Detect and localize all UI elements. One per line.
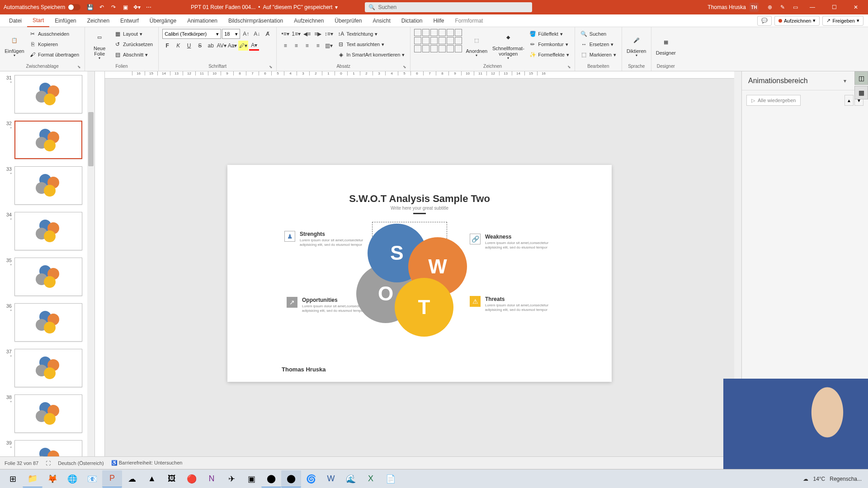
tab-help[interactable]: Hilfe <box>428 14 449 27</box>
fill-button[interactable]: 🪣Fülleffekt ▾ <box>527 29 571 39</box>
shadow-button[interactable]: ab <box>206 41 216 51</box>
taskbar-onenote[interactable]: N <box>202 470 222 488</box>
slide-thumbnail-panel[interactable]: 31* 32* 33* 34* <box>0 71 95 475</box>
slide-thumbnail[interactable]: 33* <box>0 163 94 208</box>
slide-title[interactable]: S.W.O.T Analysis Sample Two <box>227 193 612 205</box>
align-right-button[interactable]: ≡ <box>302 41 312 51</box>
swot-text-strengths[interactable]: ♟ Strenghts Lorem ipsum dolor sit amet,c… <box>300 231 372 248</box>
user-name[interactable]: Thomas Hruska <box>708 4 746 10</box>
taskbar-tray[interactable]: ☁ 14°C Regenscha... <box>803 476 865 482</box>
swot-circle-t[interactable]: T <box>395 278 453 337</box>
align-center-button[interactable]: ≡ <box>291 41 301 51</box>
taskbar-explorer[interactable]: 📁 <box>23 470 42 488</box>
slide-thumbnail[interactable]: 32* <box>0 117 94 163</box>
ribbon-display-icon[interactable]: ▭ <box>789 2 801 13</box>
case-button[interactable]: Aa▾ <box>227 41 237 51</box>
spacing-button[interactable]: AV▾ <box>217 41 226 51</box>
taskbar-vlc[interactable]: ▲ <box>142 470 162 488</box>
thumbnail-image[interactable] <box>14 121 82 159</box>
italic-button[interactable]: K <box>173 41 183 51</box>
clear-format-button[interactable]: A̸ <box>263 29 273 39</box>
redo-icon[interactable]: ↷ <box>108 2 119 13</box>
thumbnail-image[interactable] <box>14 75 82 113</box>
from-beginning-icon[interactable]: ▣ <box>119 2 131 13</box>
user-avatar[interactable]: TH <box>750 3 759 12</box>
bold-button[interactable]: F <box>162 41 172 51</box>
strikethrough-button[interactable]: S <box>195 41 205 51</box>
tab-insert[interactable]: Einfügen <box>49 14 81 27</box>
tab-view[interactable]: Ansicht <box>367 14 396 27</box>
select-button[interactable]: ⬚Markieren ▾ <box>579 50 618 60</box>
tab-file[interactable]: Datei <box>4 14 27 27</box>
present-icon[interactable]: ⊕ <box>764 2 776 13</box>
columns-button[interactable]: ▥▾ <box>324 41 334 51</box>
format-painter-button[interactable]: 🖌Format übertragen <box>27 50 81 60</box>
tab-design[interactable]: Entwurf <box>115 14 144 27</box>
slide-thumbnail[interactable]: 35* <box>0 254 94 300</box>
shape-cell[interactable] <box>455 37 462 44</box>
font-name-select[interactable]: Calibri (Textkörper)▾ <box>162 29 221 39</box>
taskbar-edge[interactable]: 🌊 <box>341 470 361 488</box>
copy-button[interactable]: ⎘Kopieren <box>27 39 81 49</box>
language-status[interactable]: Deutsch (Österreich) <box>58 460 104 466</box>
shape-cell[interactable] <box>430 37 438 44</box>
play-all-button[interactable]: ▷Alle wiedergeben <box>746 95 801 106</box>
highlight-button[interactable]: 🖊▾ <box>238 41 248 51</box>
font-size-select[interactable]: 18▾ <box>222 29 240 39</box>
line-spacing-button[interactable]: ↕≡▾ <box>324 29 334 39</box>
find-button[interactable]: 🔍Suchen <box>579 29 618 39</box>
taskbar-telegram[interactable]: ✈ <box>222 470 241 488</box>
slide-counter[interactable]: Folie 32 von 87 <box>5 460 38 466</box>
slide-thumbnail[interactable]: 36* <box>0 300 94 345</box>
save-icon[interactable]: 💾 <box>84 2 96 13</box>
taskbar-excel[interactable]: X <box>361 470 381 488</box>
move-up-button[interactable]: ▲ <box>844 95 854 106</box>
taskbar-obs[interactable]: ⬤ <box>261 470 281 488</box>
chevron-down-icon[interactable]: ▾ <box>335 4 338 10</box>
dialog-launcher-icon[interactable]: ⬊ <box>567 65 571 69</box>
grow-font-button[interactable]: A↑ <box>241 29 251 39</box>
swot-text-weakness[interactable]: 🔗 Weakness Lorem ipsum dolor sit amet,co… <box>485 234 557 250</box>
autosave-toggle[interactable] <box>68 4 80 10</box>
tab-home[interactable]: Start <box>27 14 49 27</box>
shape-cell[interactable] <box>439 37 446 44</box>
outline-button[interactable]: ✏Formkontur ▾ <box>527 39 571 49</box>
section-button[interactable]: ▤Abschnitt ▾ <box>112 50 155 60</box>
maximize-button[interactable]: ☐ <box>824 0 844 14</box>
slide-thumbnail[interactable]: 31* <box>0 71 94 117</box>
spell-check-icon[interactable]: ⛶ <box>46 460 51 466</box>
shape-cell[interactable] <box>455 45 462 52</box>
start-button[interactable]: ⊞ <box>3 470 23 488</box>
justify-button[interactable]: ≡ <box>313 41 323 51</box>
thumbnails-scrollbar[interactable] <box>87 71 94 475</box>
taskbar-app[interactable]: 🖼 <box>162 470 182 488</box>
qat-customize-icon[interactable]: ⋯ <box>143 2 155 13</box>
comments-button[interactable]: 💬 <box>757 16 772 26</box>
shape-cell[interactable] <box>455 29 462 36</box>
accessibility-status[interactable]: ♿ Barrierefreiheit: Untersuchen <box>111 460 183 466</box>
tab-record[interactable]: Aufzeichnen <box>288 14 329 27</box>
taskbar-app[interactable]: ⬤ <box>281 470 301 488</box>
shapes-gallery[interactable] <box>414 29 462 52</box>
slide-author[interactable]: Thomas Hruska <box>282 366 326 373</box>
chevron-down-icon[interactable]: ▾ <box>840 76 850 86</box>
taskbar-app[interactable]: 🌀 <box>301 470 321 488</box>
shape-cell[interactable] <box>414 45 421 52</box>
tab-transitions[interactable]: Übergänge <box>144 14 182 27</box>
minimize-button[interactable]: — <box>802 0 823 14</box>
taskbar-app[interactable]: ▣ <box>241 470 261 488</box>
close-button[interactable]: ✕ <box>845 0 866 14</box>
paste-button[interactable]: 📋Einfügen▾ <box>4 29 25 61</box>
designer-button[interactable]: ▦Designer <box>655 29 677 61</box>
layout-button[interactable]: ▦Layout ▾ <box>112 29 155 39</box>
increase-indent-button[interactable]: ≡▶ <box>313 29 323 39</box>
quick-styles-button[interactable]: ◆Schnellformat-vorlagen▾ <box>491 29 525 61</box>
slide-thumbnail[interactable]: 37* <box>0 345 94 391</box>
dialog-launcher-icon[interactable]: ⬊ <box>77 65 81 69</box>
tab-animations[interactable]: Animationen <box>182 14 223 27</box>
thumbnail-image[interactable] <box>14 349 82 387</box>
shrink-font-button[interactable]: A↓ <box>252 29 262 39</box>
effects-button[interactable]: ✨Formeffekte ▾ <box>527 50 571 60</box>
slide[interactable]: S.W.O.T Analysis Sample Two Write here y… <box>227 165 612 382</box>
slide-thumbnail[interactable]: 34* <box>0 208 94 254</box>
